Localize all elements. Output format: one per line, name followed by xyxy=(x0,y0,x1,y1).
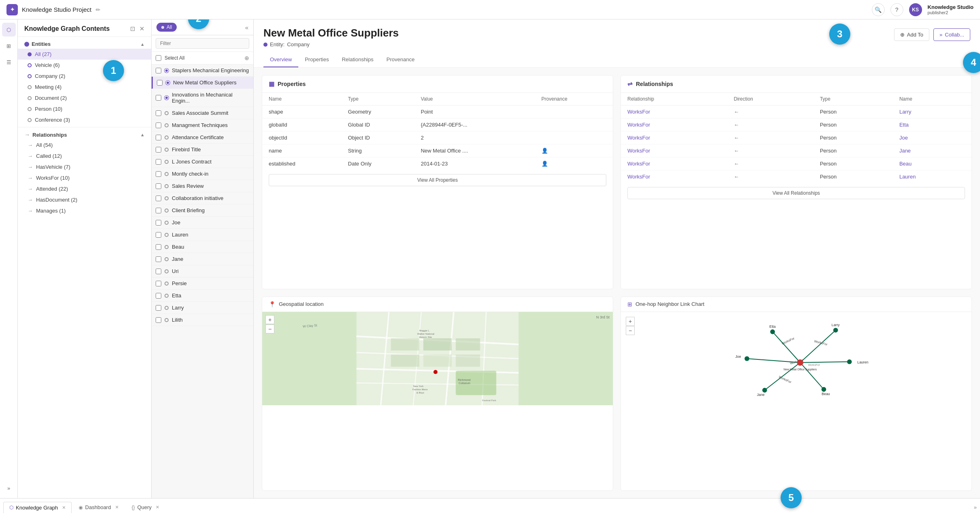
list-item-check-joe[interactable] xyxy=(156,220,161,226)
list-item-larry[interactable]: Larry xyxy=(152,302,253,314)
dashboard-tab-close[interactable]: ✕ xyxy=(115,505,119,510)
entity-item-conference[interactable]: Conference (3) xyxy=(18,114,151,125)
bottom-tab-dashboard[interactable]: ◉ Dashboard ✕ xyxy=(73,501,125,513)
list-item-montly[interactable]: Montly check-in xyxy=(152,168,253,180)
list-item-lilith[interactable]: Lilith xyxy=(152,314,253,326)
entity-label-company: Company (2) xyxy=(35,73,65,79)
query-tab-close[interactable]: ✕ xyxy=(156,505,159,510)
list-item-persie[interactable]: Persie xyxy=(152,277,253,290)
entity-item-all[interactable]: All (27) xyxy=(18,49,151,60)
list-item-check-beau[interactable] xyxy=(156,244,161,250)
list-item-client-briefing[interactable]: Client Briefing xyxy=(152,204,253,217)
tab-properties[interactable]: Properties xyxy=(298,52,335,67)
rel-arrow-called: → xyxy=(28,153,33,159)
entity-item-meeting[interactable]: Meeting (4) xyxy=(18,82,151,92)
tab-provenance[interactable]: Provenance xyxy=(380,52,421,67)
view-all-properties-button[interactable]: View All Properties xyxy=(269,174,606,186)
add-to-label: Add To xyxy=(907,32,923,38)
collapse-middle-icon[interactable]: « xyxy=(245,24,248,31)
list-item-check-etta[interactable] xyxy=(156,293,161,299)
list-item-etta[interactable]: Etta xyxy=(152,290,253,302)
collab-button[interactable]: » Collab... xyxy=(933,28,970,41)
entity-item-company[interactable]: Company (2) xyxy=(18,71,151,82)
nav-icon-layers[interactable]: ⊞ xyxy=(2,39,16,53)
list-item-check-persie[interactable] xyxy=(156,281,161,286)
rel-item-worksfor[interactable]: → WorksFor (10) xyxy=(18,172,151,183)
list-item-check-newmetal[interactable] xyxy=(157,80,163,86)
list-item-collab[interactable]: Collaboration initiative xyxy=(152,192,253,204)
map-zoom-in[interactable]: + xyxy=(265,315,274,324)
list-item-check-montly[interactable] xyxy=(156,171,161,177)
list-item-uri[interactable]: Uri xyxy=(152,265,253,277)
nav-icon-graph[interactable]: ⬡ xyxy=(2,23,16,37)
prop-row-globalid: globalId Global ID {A228944F-0EF5-... xyxy=(262,118,613,131)
list-item-label-firebird: Firebird Title xyxy=(172,146,201,153)
search-button[interactable]: 🔍 xyxy=(872,3,885,16)
list-item-newmetal[interactable]: New Metal Office Suppliers xyxy=(152,77,253,89)
all-badge[interactable]: All xyxy=(156,23,177,32)
panel-close-icon[interactable]: ✕ xyxy=(139,25,145,32)
entity-item-document[interactable]: Document (2) xyxy=(18,92,151,103)
list-item-check-lauren[interactable] xyxy=(156,232,161,238)
list-item-check-client-briefing[interactable] xyxy=(156,208,161,213)
list-item-innovations[interactable]: Innovations in Mechanical Engin... xyxy=(152,89,253,107)
select-all-checkbox[interactable] xyxy=(156,55,161,61)
entities-chevron[interactable]: ▲ xyxy=(140,42,145,47)
list-item-check-collab[interactable] xyxy=(156,196,161,201)
list-item-label-lilith: Lilith xyxy=(172,317,183,323)
list-item-attendance[interactable]: Attendance Certificate xyxy=(152,131,253,144)
bottom-tab-query[interactable]: {} Query ✕ xyxy=(126,501,165,513)
nav-icon-collapse[interactable]: » xyxy=(2,481,16,495)
entity-item-vehicle[interactable]: Vehicle (6) xyxy=(18,60,151,71)
list-item-check-innovations[interactable] xyxy=(156,95,161,101)
list-item-firebird[interactable]: Firebird Title xyxy=(152,144,253,156)
bottom-tab-knowledge-graph[interactable]: ⬡ Knowledge Graph ✕ xyxy=(3,502,72,513)
list-item-lauren[interactable]: Lauren xyxy=(152,229,253,241)
map-zoom-out[interactable]: − xyxy=(265,325,274,333)
rel-item-all[interactable]: → All (54) xyxy=(18,140,151,150)
tab-relationships[interactable]: Relationships xyxy=(335,52,380,67)
rel-item-attended[interactable]: → Attended (22) xyxy=(18,183,151,194)
rel-item-manages[interactable]: → Manages (1) xyxy=(18,205,151,216)
edit-icon[interactable]: ✏ xyxy=(96,6,101,13)
expand-bottom-icon[interactable]: » xyxy=(974,504,977,510)
entity-item-person[interactable]: Person (10) xyxy=(18,103,151,114)
list-item-staplers[interactable]: Staplers Mechanical Engineering xyxy=(152,64,253,77)
list-item-beau[interactable]: Beau xyxy=(152,241,253,253)
list-item-check-lilith[interactable] xyxy=(156,317,161,323)
list-item-check-managment[interactable] xyxy=(156,123,161,128)
rel-chevron[interactable]: ▲ xyxy=(140,132,145,137)
list-item-check-staplers[interactable] xyxy=(156,68,161,73)
list-item-check-firebird[interactable] xyxy=(156,147,161,153)
nav-icon-table[interactable]: ☰ xyxy=(2,55,16,69)
rel-item-hasvehicle[interactable]: → HasVehicle (7) xyxy=(18,161,151,172)
list-item-managment[interactable]: Managment Techniques xyxy=(152,119,253,131)
help-button[interactable]: ? xyxy=(890,3,903,16)
panel-expand-icon[interactable]: ⊡ xyxy=(130,25,135,32)
tab-overview[interactable]: Overview xyxy=(263,52,298,67)
rel-item-called[interactable]: → Called (12) xyxy=(18,150,151,161)
rel-item-hasdocument[interactable]: → HasDocument (2) xyxy=(18,194,151,205)
list-item-check-attendance[interactable] xyxy=(156,135,161,140)
add-to-list-icon[interactable]: ⊕ xyxy=(244,55,249,61)
graph-zoom-out[interactable]: − xyxy=(626,326,635,335)
list-item-joe[interactable]: Joe xyxy=(152,217,253,229)
list-item-check-larry[interactable] xyxy=(156,305,161,311)
list-item-check-ljones[interactable] xyxy=(156,159,161,165)
view-all-relationships-button[interactable]: View All Relationships xyxy=(627,187,965,199)
rel-row-lauren: WorksFor ← Person Lauren xyxy=(621,170,971,183)
list-item-sales-review[interactable]: Sales Review xyxy=(152,180,253,192)
graph-zoom-in[interactable]: + xyxy=(626,317,635,326)
knowledge-graph-tab-close[interactable]: ✕ xyxy=(62,505,66,510)
list-item-ljones[interactable]: L Jones Contract xyxy=(152,156,253,168)
list-item-check-jane[interactable] xyxy=(156,256,161,262)
add-to-button[interactable]: ⊕ Add To xyxy=(894,28,929,41)
list-item-check-sales-summit[interactable] xyxy=(156,110,161,116)
svg-text:Festival Park: Festival Park xyxy=(482,399,497,402)
list-item-check-sales-review[interactable] xyxy=(156,183,161,189)
list-item-jane[interactable]: Jane xyxy=(152,253,253,265)
bottom-tabs-bar: 5 ⬡ Knowledge Graph ✕ ◉ Dashboard ✕ {} Q… xyxy=(0,498,980,516)
filter-input[interactable] xyxy=(156,38,249,49)
list-item-sales-summit[interactable]: Sales Associate Summit xyxy=(152,107,253,119)
list-item-check-uri[interactable] xyxy=(156,269,161,274)
